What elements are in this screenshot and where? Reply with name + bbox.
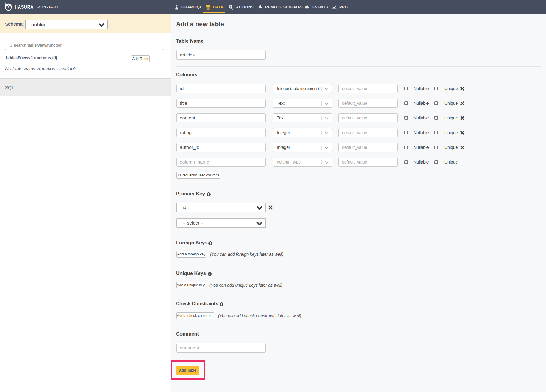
svg-text:λ: λ	[8, 5, 10, 9]
